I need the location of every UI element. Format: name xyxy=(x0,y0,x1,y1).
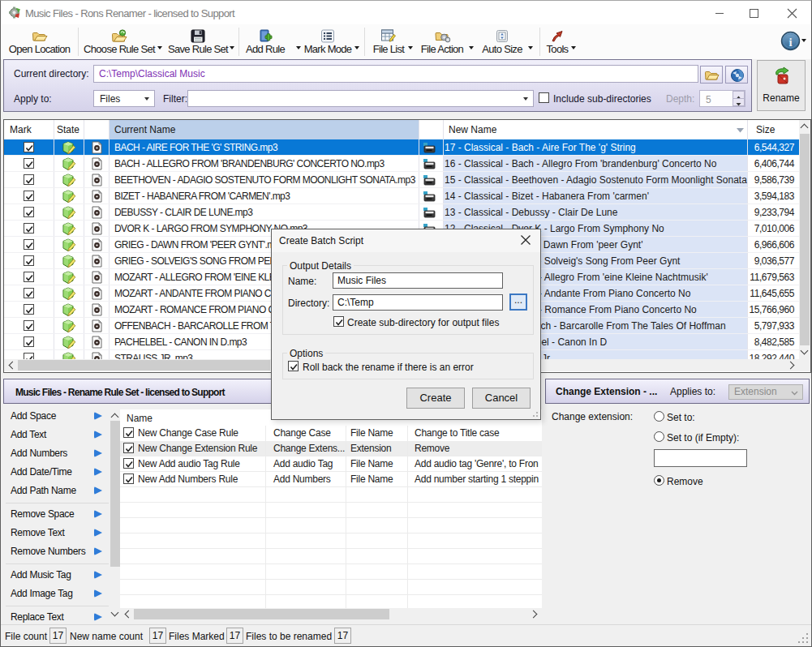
svg-text:i: i xyxy=(788,36,792,49)
